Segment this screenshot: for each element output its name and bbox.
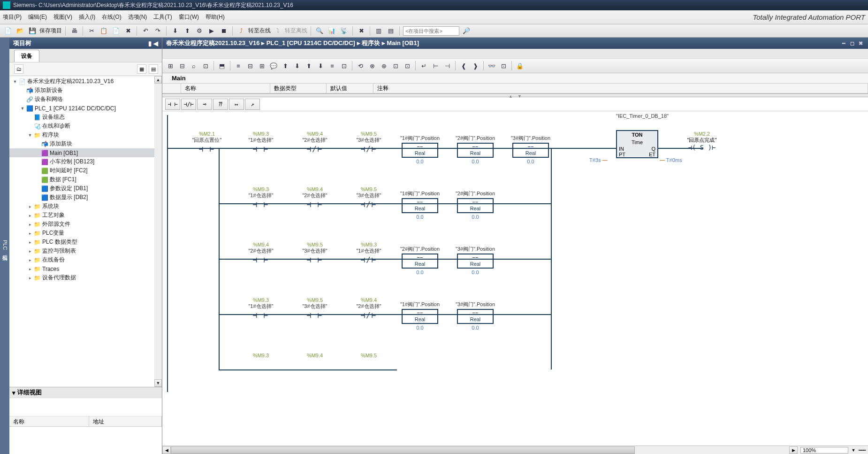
tree-node[interactable]: ▸📁设备代理数据: [9, 273, 162, 282]
ladder-contact[interactable]: %M2.1"回原点置位"⊣ ⊢: [181, 131, 233, 154]
left-strip-tab[interactable]: PLC 编程: [0, 38, 9, 454]
split-v-icon[interactable]: ▤: [386, 26, 396, 36]
ed-btn-10[interactable]: ⬆: [280, 61, 290, 71]
ed-btn-23[interactable]: ⊣: [442, 61, 452, 71]
menu-item[interactable]: 项目(P): [3, 13, 22, 21]
crossref-icon[interactable]: 📊: [327, 26, 337, 36]
compile-icon[interactable]: ⚙: [194, 26, 205, 36]
ed-btn-18[interactable]: ⊕: [379, 61, 389, 71]
tree-node[interactable]: ▸📁在线备份: [9, 255, 162, 264]
accessible-icon[interactable]: 📡: [339, 26, 349, 36]
stop-icon[interactable]: ⏹: [219, 26, 229, 36]
ed-btn-13[interactable]: ⬇: [315, 61, 326, 71]
tree-toggle-icon[interactable]: ▼: [12, 79, 18, 84]
tree-node[interactable]: 🟩时间延时 [FC2]: [9, 166, 162, 175]
collapse-icon[interactable]: ▮: [148, 40, 152, 47]
ladder-compare[interactable]: "1#阀门".Position==Real0.0: [392, 301, 448, 331]
tree-toggle-icon[interactable]: ▸: [27, 213, 33, 218]
tree-scrollbar[interactable]: ▲ ▼: [154, 76, 162, 387]
scroll-down-icon[interactable]: ▼: [154, 379, 162, 387]
menu-item[interactable]: 帮助(H): [206, 13, 225, 21]
tree-grid-icon[interactable]: ▦: [137, 64, 146, 74]
ladder-contact[interactable]: %M9.5"3#仓选择"⊣ ⊢: [289, 297, 341, 320]
print-icon[interactable]: 🖶: [69, 26, 79, 36]
tree-node[interactable]: 📘设备组态: [9, 113, 162, 122]
menu-item[interactable]: 选项(N): [128, 13, 147, 21]
ladder-contact[interactable]: %M9.4"2#仓选择"⊣ ⊢: [235, 242, 287, 264]
menu-item[interactable]: 在线(O): [102, 13, 121, 21]
close-editor-icon[interactable]: ✖: [857, 39, 864, 47]
go-online-icon[interactable]: ⤴: [236, 26, 246, 36]
tree-toggle-icon[interactable]: ▸: [27, 258, 33, 262]
tree-toggle-icon[interactable]: ▸: [27, 267, 33, 271]
close-icon[interactable]: ✖: [356, 26, 366, 36]
detail-view-header[interactable]: ▾ 详细视图: [9, 387, 162, 398]
tree-toggle-icon[interactable]: ▼: [27, 133, 33, 138]
ladder-coil[interactable]: %M2.2"回原点完成"⊣( S )⊢: [676, 131, 728, 151]
editor-hscrollbar[interactable]: ◀ ▶ 100% ▼ ━━━: [162, 446, 868, 454]
ed-btn-21[interactable]: ↵: [419, 61, 429, 71]
new-project-icon[interactable]: 📄: [3, 26, 13, 36]
redo-icon[interactable]: ↷: [152, 26, 163, 36]
ladder-contact[interactable]: %M9.3"1#仓选择"⊣ ⊢: [235, 297, 287, 320]
ladder-compare[interactable]: "1#阀门".Position==Real0.0: [392, 135, 448, 164]
tree-toggle-icon[interactable]: ▸: [27, 204, 33, 209]
ed-btn-25[interactable]: ❱: [470, 61, 480, 71]
tree-node[interactable]: 🟪小车控制 [OB123]: [9, 157, 162, 166]
download-icon[interactable]: ⬇: [170, 26, 180, 36]
ed-btn-28[interactable]: 🔒: [515, 61, 525, 71]
tree-node[interactable]: 📬添加新设备: [9, 86, 162, 95]
ladder-compare[interactable]: "3#阀门".Position==Real0.0: [448, 301, 503, 331]
start-icon[interactable]: ▶: [206, 26, 217, 36]
tree-node[interactable]: ▸📁系统块: [9, 202, 162, 211]
ladder-contact[interactable]: %M9.5: [343, 353, 395, 359]
ed-btn-12[interactable]: ⬆: [304, 61, 314, 71]
ed-btn-5[interactable]: ⬒: [217, 61, 227, 71]
instruction-button[interactable]: ⊣/⊢: [181, 99, 196, 110]
search-go-icon[interactable]: 🔎: [461, 26, 472, 36]
zoom-dropdown-icon[interactable]: ▼: [850, 448, 857, 453]
ed-btn-9[interactable]: 💬: [268, 61, 279, 71]
ladder-compare[interactable]: "3#阀门".Position==Real0.0: [448, 246, 503, 275]
ed-btn-24[interactable]: ❰: [458, 61, 469, 71]
ed-btn-7[interactable]: ⊟: [245, 61, 255, 71]
timer-block[interactable]: TONTimeINQPTET: [616, 130, 658, 158]
expand-icon[interactable]: ▾: [12, 389, 15, 396]
menu-item[interactable]: 工具(T): [153, 13, 172, 21]
save-icon[interactable]: 💾: [27, 26, 38, 36]
project-tree[interactable]: ▼📄春禾米业程序定稿2021.10.23_V16📬添加新设备🔗设备和网络▼🟦PL…: [9, 76, 162, 387]
tab-devices[interactable]: 设备: [14, 50, 39, 62]
tree-node[interactable]: ▼📄春禾米业程序定稿2021.10.23_V16: [9, 77, 162, 86]
minimize-icon[interactable]: ━: [840, 39, 847, 47]
scroll-right-icon[interactable]: ▶: [789, 446, 798, 454]
tree-toggle-icon[interactable]: ▸: [27, 240, 33, 245]
ladder-contact[interactable]: %M9.5"3#仓选择"⊣ ⊢: [289, 242, 341, 264]
menu-item[interactable]: 插入(I): [79, 13, 95, 21]
undo-icon[interactable]: ↶: [140, 26, 151, 36]
instruction-button[interactable]: ↦: [229, 99, 244, 110]
open-project-icon[interactable]: 📂: [15, 26, 25, 36]
ed-btn-2[interactable]: ⊟: [177, 61, 187, 71]
ladder-contact[interactable]: %M9.3"1#仓选择"⊣ ⊢: [235, 186, 287, 209]
menu-item[interactable]: 编辑(E): [28, 13, 47, 21]
instruction-button[interactable]: ⊣ ⊢: [165, 99, 180, 110]
tree-node[interactable]: ▸📁监控与强制表: [9, 246, 162, 255]
split-h-icon[interactable]: ▥: [373, 26, 384, 36]
ed-btn-4[interactable]: ⊡: [200, 61, 211, 71]
ed-btn-14[interactable]: ≡: [327, 61, 337, 71]
paste-icon[interactable]: 📄: [111, 26, 121, 36]
zoom-value[interactable]: 100%: [800, 447, 848, 454]
tree-node[interactable]: ▸📁外部源文件: [9, 220, 162, 229]
ladder-contact[interactable]: %M9.4"2#仓选择"⊣/⊢: [343, 297, 395, 320]
zoom-slider-icon[interactable]: ━━━: [859, 448, 865, 453]
ladder-contact[interactable]: %M9.4"2#仓选择"⊣ ⊢: [289, 186, 341, 209]
instruction-button[interactable]: ↗: [245, 99, 260, 110]
copy-icon[interactable]: 📋: [99, 26, 109, 36]
tree-toggle-icon[interactable]: ▸: [27, 249, 33, 254]
tree-node[interactable]: ▼🟦PLC_1 [CPU 1214C DC/DC/DC]: [9, 104, 162, 113]
maximize-icon[interactable]: ◻: [848, 39, 856, 47]
ed-btn-17[interactable]: ⊗: [367, 61, 377, 71]
tree-node[interactable]: ▸📁PLC变量: [9, 229, 162, 238]
ed-btn-20[interactable]: ⊡: [402, 61, 412, 71]
tree-node[interactable]: 🟪Main [OB1]: [9, 148, 162, 157]
